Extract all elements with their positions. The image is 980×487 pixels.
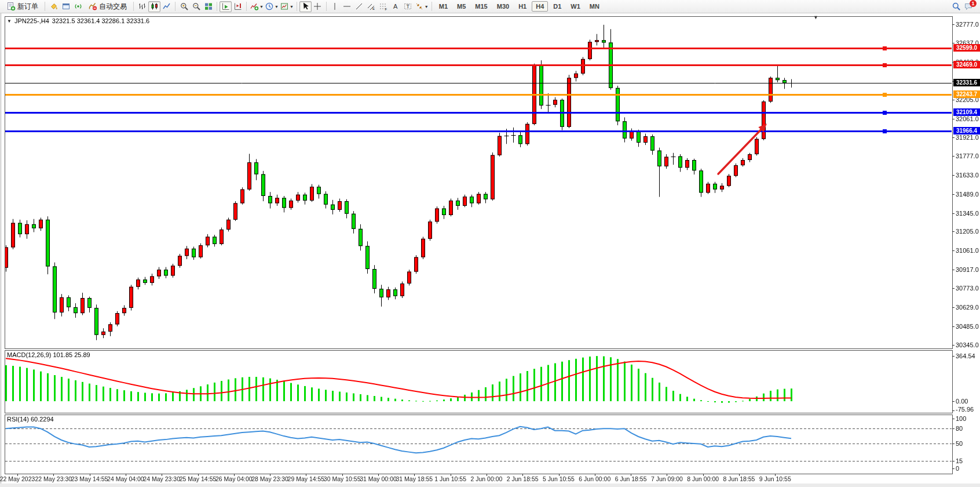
date-axis-label: 26 May 04:00 [215,475,253,482]
date-axis-label: 8 Jun 00:00 [687,475,719,482]
price-axis-label: 30773.0 [956,285,979,292]
new-order-icon [6,2,16,11]
rsi-axis-label: 80 [956,425,963,432]
signal-icon [74,2,83,11]
timeframe-button-H1[interactable]: H1 [514,1,531,12]
date-axis-label: 31 May 18:55 [396,475,433,482]
date-axis-label: 31 May 00:00 [360,475,397,482]
chart-shift-icon [233,2,243,11]
indicators-button[interactable]: ▼ [249,1,264,12]
zoom-out-icon [192,2,201,11]
horizontal-line-tool-button[interactable] [341,1,353,12]
chevron-down-icon: ▼ [275,5,279,9]
channel-tool-button[interactable]: E [365,1,378,12]
line-chart-button[interactable] [160,1,173,12]
date-axis-label: 2 Jun 18:55 [507,475,539,482]
trendline-tool-button[interactable] [353,1,365,12]
search-button[interactable] [950,1,962,12]
price-axis-label: 30345.0 [956,341,979,348]
date-axis-label: 22 May 2023 [0,475,35,482]
new-order-button[interactable]: 新订单 [2,1,42,12]
hline-price-tag: 32469.0 [953,61,980,68]
timeframe-button-M1[interactable]: M1 [435,1,452,12]
chart-canvas[interactable] [0,0,980,487]
date-axis-label: 1 Jun 10:55 [434,475,466,482]
price-axis-label: 31777.0 [956,152,979,159]
zoom-in-icon [180,2,189,11]
chart-shift-button[interactable] [232,1,244,12]
timeframe-button-M30[interactable]: M30 [493,1,513,12]
date-axis-label: 2 Jun 00:00 [470,475,502,482]
date-axis-label: 25 May 14:55 [180,475,217,482]
arrows-tool-button[interactable]: ▼ [414,1,429,12]
macd-axis-label: -75.96 [956,406,974,413]
tile-windows-icon [204,2,213,11]
date-axis-label: 6 Jun 00:00 [579,475,610,482]
symbol-dropdown-icon[interactable]: ▼ [7,19,12,24]
fibonacci-icon: F [379,2,388,11]
timeframe-button-M15[interactable]: M15 [471,1,491,12]
date-axis-label: 24 May 04:00 [107,475,144,482]
timeframe-button-W1[interactable]: W1 [566,1,584,12]
signals-button[interactable] [72,1,84,12]
price-axis-label: 32061.0 [956,115,979,122]
hline-price-tag: 32243.7 [953,90,980,98]
date-axis-label: 6 Jun 18:55 [615,475,647,482]
chevron-down-icon: ▼ [425,5,429,9]
notifications-button[interactable]: 1 [962,1,974,12]
chevron-down-icon: ▼ [290,5,294,9]
hline-price-tag: 32599.0 [953,44,980,52]
svg-text:F: F [385,8,387,11]
rsi-indicator-label: RSI(14) 60.2294 [7,416,54,423]
price-axis-label: 32777.0 [956,21,979,28]
date-axis-label: 28 May 23:30 [251,475,288,482]
arrows-icon [415,2,424,11]
zoom-in-button[interactable] [178,1,190,12]
text-icon: A [391,2,400,11]
price-axis-label: 31061.0 [956,247,979,254]
price-axis-label: 30629.0 [956,304,979,311]
crosshair-tool-button[interactable] [312,1,324,12]
auto-scroll-button[interactable] [220,1,232,12]
timeframe-button-MN[interactable]: MN [586,1,604,12]
bar-chart-button[interactable] [136,1,148,12]
equidistant-channel-icon: E [367,2,376,11]
rsi-axis-label: 15 [956,457,963,464]
timeframe-button-M5[interactable]: M5 [453,1,470,12]
date-axis-label: 29 May 14:55 [288,475,325,482]
candlestick-chart-button[interactable] [148,1,160,12]
macd-indicator-label: MACD(12,26,9) 101.85 25.89 [7,351,90,358]
svg-text:E: E [372,7,375,10]
toolbar-separator [432,2,432,11]
toolbar-separator [45,2,45,11]
chart-symbol-period: JPN225-,H4 [14,17,49,24]
vertical-line-tool-button[interactable] [329,1,341,12]
toolbar-separator [297,2,297,11]
market-watch-button[interactable] [60,1,72,12]
periods-button[interactable]: ▼ [264,1,279,12]
text-tool-button[interactable]: A [390,1,402,12]
horizontal-line-icon [342,2,352,11]
timeframe-button-D1[interactable]: D1 [549,1,565,12]
svg-text:T: T [407,3,410,9]
timeframe-button-H4[interactable]: H4 [532,1,548,12]
autotrading-button[interactable]: 自动交易 [84,1,131,12]
line-chart-icon [162,2,171,11]
price-axis-label: 31345.0 [956,210,979,217]
tile-windows-button[interactable] [202,1,214,12]
cursor-tool-button[interactable] [299,1,312,12]
date-axis-label: 22 May 23:30 [35,475,72,482]
toolbar-separator [175,2,175,11]
zoom-out-button[interactable] [190,1,202,12]
fibonacci-tool-button[interactable]: F [378,1,390,12]
window-icon [61,2,71,11]
chart-shift-marker-icon[interactable]: ▼ [813,14,818,20]
date-axis-label: 8 Jun 18:55 [723,475,755,482]
templates-button[interactable]: ▼ [279,1,294,12]
search-icon [952,2,961,11]
date-axis-label: 23 May 14:55 [71,475,108,482]
styles-button[interactable] [47,1,60,12]
autotrading-label: 自动交易 [99,2,127,12]
chart-header: ▼ JPN225-,H4 32321.5 32361.4 32286.1 323… [7,17,149,24]
text-label-tool-button[interactable]: T [402,1,414,12]
